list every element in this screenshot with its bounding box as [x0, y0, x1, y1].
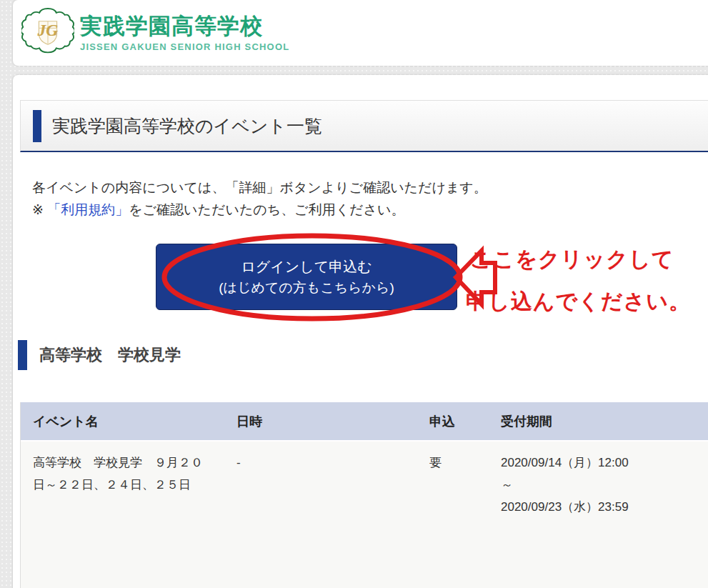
section-accent-bar — [18, 340, 27, 370]
note-suffix: をご確認いただいたのち、ご利用ください。 — [129, 202, 404, 217]
cell-event-name: 高等学校 学校見学 ９月２０日～２２日、２４日、２５日 — [21, 452, 236, 588]
annotation-text-line2: 申し込んでください。 — [466, 287, 691, 317]
logo-monogram: JG — [37, 21, 59, 39]
school-crest-icon: JG — [21, 6, 74, 60]
section-title: 高等学校 学校見学 — [39, 344, 181, 366]
school-name: 実践学園高等学校 — [80, 14, 289, 39]
section-heading: 高等学校 学校見学 — [18, 340, 181, 370]
annotation-text-line1: ここをクリックして — [470, 245, 674, 274]
page-description: 各イベントの内容については、「詳細」ボタンよりご確認いただけます。 ※ 「利用規… — [32, 176, 487, 221]
site-header: JG 実践学園高等学校 JISSEN GAKUEN SENIOR HIGH SC… — [13, 0, 708, 66]
login-button-sublabel: (はじめての方もこちらから) — [156, 277, 457, 299]
period-tilde: ～ — [501, 474, 708, 496]
column-header-period: 受付期間 — [501, 413, 708, 430]
terms-of-use-link[interactable]: 「利用規約」 — [47, 202, 129, 217]
note-prefix: ※ — [32, 202, 47, 217]
login-apply-button[interactable]: ログインして申込む (はじめての方もこちらから) — [156, 244, 457, 310]
event-table: イベント名 日時 申込 受付期間 高等学校 学校見学 ９月２０日～２２日、２４日… — [20, 402, 708, 588]
title-accent-bar — [33, 110, 41, 142]
cell-application: 要 — [429, 452, 501, 588]
login-button-label: ログインして申込む — [156, 256, 457, 277]
column-header-event-name: イベント名 — [21, 413, 236, 430]
period-start: 2020/09/14（月）12:00 — [501, 452, 708, 474]
table-row: 高等学校 学校見学 ９月２０日～２２日、２４日、２５日 - 要 2020/09/… — [21, 442, 708, 588]
cell-period: 2020/09/14（月）12:00 ～ 2020/09/23（水）23:59 — [501, 452, 708, 588]
period-end: 2020/09/23（水）23:59 — [501, 496, 708, 518]
cell-datetime: - — [236, 452, 429, 588]
page-title: 実践学園高等学校のイベント一覧 — [52, 114, 322, 138]
school-logo: JG — [21, 6, 74, 60]
school-name-english: JISSEN GAKUEN SENIOR HIGH SCHOOL — [80, 41, 289, 52]
column-header-application: 申込 — [429, 413, 501, 430]
description-line: 各イベントの内容については、「詳細」ボタンよりご確認いただけます。 — [32, 176, 487, 199]
page-title-bar: 実践学園高等学校のイベント一覧 — [20, 100, 708, 152]
column-header-datetime: 日時 — [236, 413, 429, 430]
main-content: 実践学園高等学校のイベント一覧 各イベントの内容については、「詳細」ボタンよりご… — [13, 75, 708, 588]
table-header-row: イベント名 日時 申込 受付期間 — [21, 402, 708, 442]
terms-note-line: ※ 「利用規約」をご確認いただいたのち、ご利用ください。 — [32, 199, 487, 221]
